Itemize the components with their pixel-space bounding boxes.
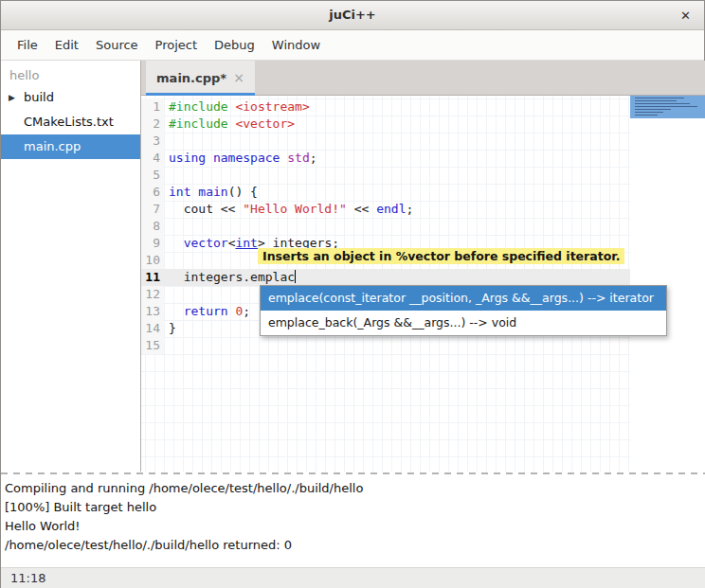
line-number: 4 — [141, 150, 164, 167]
code-line[interactable]: 6int main() { — [141, 184, 630, 201]
menu-file[interactable]: File — [9, 32, 46, 58]
code-text — [164, 133, 169, 150]
line-number: 1 — [141, 98, 164, 116]
text-cursor — [295, 270, 296, 283]
minimap-code-mark — [635, 100, 677, 101]
tree-item-cmakelists[interactable]: CMakeLists.txt — [1, 110, 140, 134]
code-text — [164, 218, 169, 235]
code-line[interactable]: 8 — [141, 218, 630, 235]
line-number: 12 — [141, 286, 164, 303]
line-number: 10 — [141, 252, 164, 269]
autocomplete-item-emplace[interactable]: emplace(const_iterator __position, _Args… — [261, 286, 666, 311]
code-text: cout << "Hello World!" << endl; — [164, 201, 413, 218]
line-number: 3 — [141, 133, 164, 150]
line-number: 9 — [141, 235, 164, 252]
minimap-code-mark — [635, 112, 663, 113]
tree-item-label: CMakeLists.txt — [24, 115, 114, 129]
code-line[interactable]: 5 — [141, 167, 630, 184]
project-name: hello — [1, 61, 140, 85]
window-close-icon[interactable]: ✕ — [680, 8, 691, 24]
minimap-code-mark — [635, 106, 697, 107]
tree-item-label: build — [24, 90, 54, 104]
line-number: 8 — [141, 218, 164, 235]
menu-source[interactable]: Source — [87, 32, 147, 58]
menu-project[interactable]: Project — [147, 32, 206, 58]
output-line: /home/olece/test/hello/./build/hello ret… — [5, 536, 705, 555]
tab-bar: main.cpp* × — [141, 61, 705, 96]
status-bar: 11:18 — [1, 567, 705, 588]
code-text — [164, 252, 169, 269]
status-time: 11:18 — [10, 571, 45, 585]
code-text: #include <vector> — [164, 116, 295, 133]
code-text — [164, 286, 169, 303]
doc-tooltip: Inserts an object in %vector before spec… — [258, 248, 624, 264]
output-line: Compiling and running /home/olece/test/h… — [5, 479, 705, 498]
code-text: integers.emplac — [164, 269, 296, 286]
minimap-visible-region[interactable] — [630, 96, 705, 118]
code-line[interactable]: 1#include <iostream> — [141, 98, 630, 116]
menu-edit[interactable]: Edit — [46, 32, 87, 58]
code-text — [164, 167, 169, 184]
code-text — [164, 337, 169, 354]
code-line[interactable]: 7 cout << "Hello World!" << endl; — [141, 201, 630, 218]
line-number: 7 — [141, 201, 164, 218]
window-title: juCi++ — [1, 8, 704, 22]
output-panel: Compiling and running /home/olece/test/h… — [1, 474, 705, 567]
line-number: 2 — [141, 116, 164, 133]
code-line[interactable]: 4using namespace std; — [141, 150, 630, 167]
code-line[interactable]: 3 — [141, 133, 630, 150]
autocomplete-item-emplace-back[interactable]: emplace_back(_Args &&__args...) --> void — [261, 311, 666, 335]
line-number: 13 — [141, 303, 164, 320]
minimap[interactable] — [630, 96, 705, 472]
output-line: [100%] Built target hello — [5, 498, 705, 517]
title-bar: juCi++ ✕ — [1, 1, 704, 30]
code-line[interactable]: 15 — [141, 337, 630, 354]
menu-bar: File Edit Source Project Debug Window — [1, 30, 704, 61]
code-line[interactable]: 2#include <vector> — [141, 116, 630, 133]
tab-label: main.cpp* — [156, 71, 226, 85]
code-line[interactable]: 11 integers.emplac — [141, 269, 630, 286]
minimap-code-mark — [635, 103, 690, 104]
tab-close-icon[interactable]: × — [233, 70, 244, 85]
expander-icon[interactable]: ▶ — [9, 85, 15, 110]
line-number: 15 — [141, 337, 164, 354]
autocomplete-popup: emplace(const_iterator __position, _Args… — [260, 285, 667, 336]
minimap-code-mark — [635, 115, 658, 116]
code-text: } — [164, 320, 176, 337]
line-number: 11 — [141, 269, 164, 286]
tree-item-build[interactable]: ▶ build — [1, 85, 140, 110]
code-text: using namespace std; — [164, 150, 317, 167]
tab-main-cpp[interactable]: main.cpp* × — [146, 61, 255, 95]
line-number: 6 — [141, 184, 164, 201]
app-window: juCi++ ✕ File Edit Source Project Debug … — [0, 0, 705, 588]
file-tree-panel: hello ▶ build CMakeLists.txt main.cpp — [1, 61, 141, 472]
minimap-code-mark — [635, 109, 671, 110]
tree-item-label: main.cpp — [24, 139, 81, 153]
code-editor[interactable]: 1#include <iostream>2#include <vector>34… — [141, 96, 630, 472]
line-number: 5 — [141, 167, 164, 184]
tree-item-main-cpp[interactable]: main.cpp — [1, 134, 140, 159]
menu-debug[interactable]: Debug — [206, 32, 263, 58]
line-number: 14 — [141, 320, 164, 337]
menu-window[interactable]: Window — [263, 32, 329, 58]
code-text: int main() { — [164, 184, 258, 201]
code-text: return 0; — [164, 303, 250, 320]
minimap-code-mark — [635, 98, 684, 98]
code-text: #include <iostream> — [164, 98, 310, 116]
output-line: Hello World! — [5, 517, 705, 536]
